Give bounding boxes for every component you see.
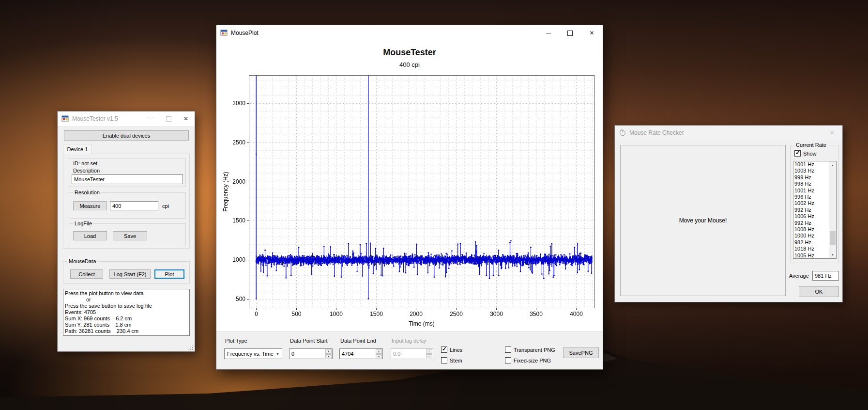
lines-checkbox-label: Lines [450,347,462,353]
close-icon[interactable] [177,111,195,126]
mouseplot-window: MousePlot MouseTester 400 cpi Plot Type … [216,25,603,370]
status-line: or [65,297,188,303]
plot-button[interactable]: Plot [154,269,184,279]
close-icon[interactable] [822,126,842,140]
fixed-size-png-checkbox[interactable]: Fixed-size PNG [505,357,551,363]
resolution-group: Resolution Measure 400 cpi [69,192,186,219]
maximize-icon[interactable] [160,111,177,126]
rate-list-item[interactable]: 1001 Hz [794,161,829,168]
cpi-label: cpi [162,203,169,209]
log-start-button[interactable]: Log Start (F2) [109,269,151,279]
desktop-wallpaper: MouseTester v1.5 Enable dual devices Dev… [0,0,868,410]
checkbox-box[interactable] [441,347,447,353]
rate-list-item[interactable]: 1001 Hz [794,188,829,194]
mousetester-window: MouseTester v1.5 Enable dual devices Dev… [57,111,195,352]
scrollbar-thumb[interactable] [830,231,836,245]
app-icon [220,29,228,37]
average-label: Average [789,273,809,279]
rate-checker-titlebar[interactable]: Mouse Rate Checker [615,126,842,140]
maximize-icon[interactable] [559,25,581,41]
stem-checkbox[interactable]: Stem [441,357,462,363]
checkbox-box[interactable] [794,150,801,157]
transparent-png-label: Transparent PNG [514,347,555,353]
show-checkbox-label: Show [803,151,817,157]
scrollbar[interactable] [829,161,836,258]
rate-list-item[interactable]: 982 Hz [794,239,829,246]
checkbox-box[interactable] [441,357,447,363]
rate-list-item[interactable]: 998 Hz [794,181,829,187]
rate-listbox[interactable]: 1001 Hz1003 Hz999 Hz998 Hz1001 Hz996 Hz1… [793,161,837,259]
step-down-icon[interactable] [325,354,332,359]
plot-controlbar: Plot Type Frequency vs. Time Data Point … [216,331,603,369]
status-line: Sum X: 969 counts 6.2 cm [65,315,188,322]
data-point-start-stepper[interactable]: 0 [289,348,333,359]
minimize-icon[interactable] [537,25,559,41]
tab-device-1[interactable]: Device 1 [63,144,92,154]
rate-list-item[interactable]: 1000 Hz [794,233,829,239]
status-line: Path: 36281 counts 230.4 cm [65,328,188,334]
lines-checkbox[interactable]: Lines [441,347,462,353]
save-png-button[interactable]: SavePNG [563,347,599,358]
data-point-end-value[interactable]: 4704 [340,349,375,359]
save-button[interactable]: Save [113,231,147,240]
rate-list-item[interactable]: 1005 Hz [794,252,829,258]
status-line: Press the save button to save log file [65,303,188,309]
resolution-input[interactable]: 400 [110,201,158,210]
app-icon [61,115,69,123]
rate-list-item[interactable]: 1006 Hz [794,213,829,220]
window-title: MousePlot [231,30,259,36]
checkbox-box[interactable] [505,357,511,363]
scrollbar-track[interactable] [829,169,836,251]
show-checkbox[interactable]: Show [794,150,817,157]
enable-dual-devices-button[interactable]: Enable dual devices [64,130,189,141]
rate-list-item[interactable]: 1003 Hz [794,168,829,174]
window-title: Mouse Rate Checker [629,129,684,136]
collect-button[interactable]: Collect [70,269,103,279]
ok-button[interactable]: OK [799,286,839,297]
data-point-end-stepper[interactable]: 4704 [339,348,383,359]
close-icon[interactable] [581,25,603,41]
mouseplot-titlebar[interactable]: MousePlot [216,25,603,41]
rate-list-item[interactable]: 999 Hz [794,174,829,181]
mouse-move-area[interactable]: Move your Mouse! [620,145,786,296]
current-rate-group: Current Rate Show 1001 Hz1003 Hz999 Hz99… [790,145,839,263]
plot-type-label: Plot Type [225,338,247,344]
stem-checkbox-label: Stem [450,358,462,363]
data-point-start-value[interactable]: 0 [289,349,325,359]
frequency-chart [221,71,599,331]
step-up-icon[interactable] [325,349,332,354]
rate-list-item[interactable]: 996 Hz [794,194,829,200]
plot-type-select[interactable]: Frequency vs. Time [224,348,282,359]
status-line: Press the plot button to view data [65,290,188,297]
description-input[interactable]: MouseTester [72,174,183,184]
rate-list-item[interactable]: 992 Hz [794,207,829,213]
input-lag-delay-value: 0.0 [391,349,426,359]
step-down-icon [426,354,432,359]
chevron-down-icon[interactable] [274,349,282,359]
load-button[interactable]: Load [73,231,107,240]
rate-list-item[interactable]: 1008 Hz [794,226,829,233]
mouse-icon [619,129,626,137]
data-point-start-label: Data Point Start [290,338,328,344]
scroll-up-icon[interactable] [829,161,836,169]
resize-grip-icon[interactable] [189,346,194,350]
average-value: 981 Hz [812,271,839,281]
current-rate-label: Current Rate [794,142,828,148]
checkbox-box[interactable] [505,347,511,353]
measure-button[interactable]: Measure [73,201,107,210]
step-down-icon[interactable] [376,354,382,359]
step-up-icon[interactable] [376,349,382,354]
mousedata-group-label: MouseData [67,258,97,264]
resolution-group-label: Resolution [73,189,101,195]
rate-list-item[interactable]: 992 Hz [794,220,829,226]
device-1-tabpage: ID: not set Description MouseTester Reso… [63,154,190,249]
mousedata-group: MouseData Collect Log Start (F2) Plot [63,261,190,284]
minimize-icon[interactable] [142,111,160,126]
scroll-down-icon[interactable] [829,251,836,258]
mousetester-titlebar[interactable]: MouseTester v1.5 [58,111,195,126]
rate-list-item[interactable]: 1018 Hz [794,246,829,252]
transparent-png-checkbox[interactable]: Transparent PNG [505,347,555,353]
input-lag-delay-stepper: 0.0 [391,348,433,359]
rate-list: 1001 Hz1003 Hz999 Hz998 Hz1001 Hz996 Hz1… [793,161,829,258]
rate-list-item[interactable]: 1002 Hz [794,200,829,206]
